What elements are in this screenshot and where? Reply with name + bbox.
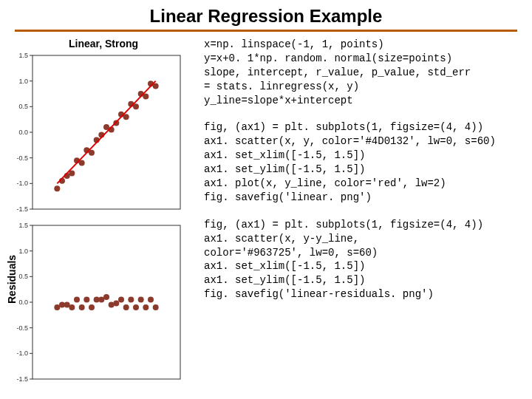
svg-rect-37 <box>33 225 180 379</box>
charts-column: Linear, Strong -1.5-1.0-0.50.00.51.01.5 … <box>7 38 200 383</box>
svg-text:0.0: 0.0 <box>18 299 28 306</box>
svg-point-71 <box>148 297 154 303</box>
scatter-plot-residuals: -1.5-1.0-0.50.00.51.01.5 <box>7 221 185 383</box>
svg-line-36 <box>57 81 155 184</box>
scatter-plot-main: -1.5-1.0-0.50.00.51.01.5 <box>7 51 185 214</box>
svg-point-15 <box>54 185 60 191</box>
code-block-2: fig, (ax1) = plt. subplots(1, figsize=(4… <box>204 120 525 204</box>
svg-point-68 <box>133 304 139 310</box>
svg-point-62 <box>103 294 109 300</box>
svg-point-66 <box>123 304 129 310</box>
svg-text:-1.0: -1.0 <box>16 180 28 187</box>
code-block-1: x=np. linspace(-1, 1, points) y=x+0. 1*n… <box>204 38 525 107</box>
svg-text:1.5: 1.5 <box>18 222 28 229</box>
content-row: Linear, Strong -1.5-1.0-0.50.00.51.01.5 … <box>0 38 532 383</box>
svg-text:1.5: 1.5 <box>18 52 28 59</box>
svg-point-57 <box>79 304 85 310</box>
svg-point-69 <box>138 297 144 303</box>
scatter-chart-main: Linear, Strong -1.5-1.0-0.50.00.51.01.5 <box>7 38 200 214</box>
svg-point-72 <box>153 304 159 310</box>
code-column: x=np. linspace(-1, 1, points) y=x+0. 1*n… <box>200 38 525 383</box>
svg-point-70 <box>143 304 149 310</box>
svg-text:-1.5: -1.5 <box>16 375 28 383</box>
svg-text:1.0: 1.0 <box>18 248 28 255</box>
svg-text:-0.5: -0.5 <box>16 324 28 332</box>
svg-point-65 <box>118 297 124 303</box>
residuals-axis-label: Residuals <box>6 255 18 304</box>
svg-text:0.5: 0.5 <box>18 273 28 280</box>
svg-text:0.5: 0.5 <box>18 103 28 110</box>
title-rule <box>15 30 517 32</box>
svg-text:0.0: 0.0 <box>18 129 28 136</box>
svg-point-56 <box>74 297 80 303</box>
scatter-chart-residuals: -1.5-1.0-0.50.00.51.01.5 <box>7 221 200 383</box>
svg-point-67 <box>128 297 134 303</box>
svg-text:-1.5: -1.5 <box>16 205 28 213</box>
svg-text:-0.5: -0.5 <box>16 154 28 162</box>
svg-point-55 <box>69 304 75 310</box>
svg-point-64 <box>113 300 119 306</box>
page-title: Linear Regression Example <box>0 0 532 30</box>
code-block-3: fig, (ax1) = plt. subplots(1, figsize=(4… <box>204 218 525 301</box>
chart-title-main: Linear, Strong <box>7 38 200 50</box>
svg-point-59 <box>89 304 95 310</box>
svg-text:1.0: 1.0 <box>18 78 28 85</box>
svg-text:-1.0: -1.0 <box>16 349 28 357</box>
svg-point-58 <box>83 297 89 303</box>
